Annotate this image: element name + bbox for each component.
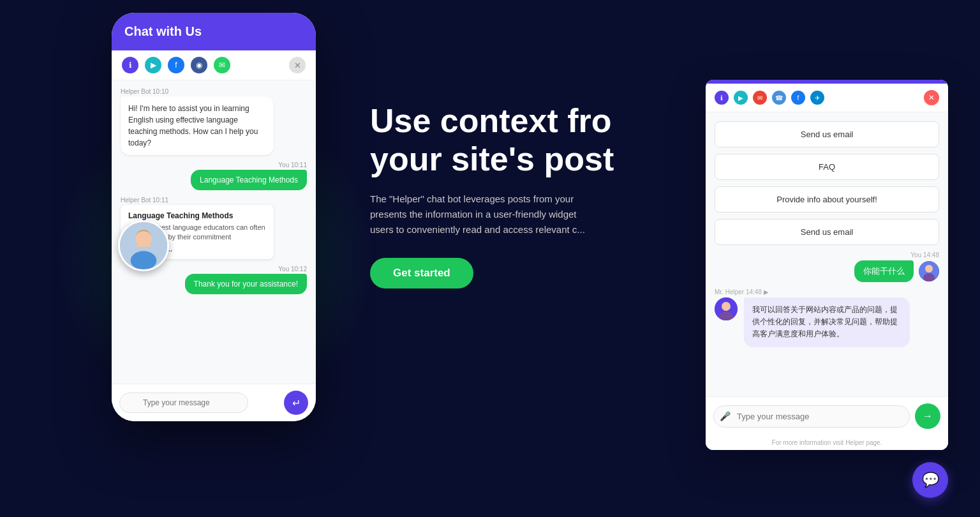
widget-phone-icon[interactable]: ☎ [772,91,786,105]
heading-line1: Use context fro [370,102,612,139]
quick-btn-info[interactable]: Provide info about yourself! [715,186,939,213]
right-chat-widget: ℹ ▶ ✉ ☎ f ✈ ✕ Send us email FAQ Provide … [706,80,948,450]
facebook-icon[interactable]: f [168,57,184,73]
widget-input-wrap: 🎤 [713,405,910,428]
svg-point-2 [131,251,157,269]
phone-send-button[interactable]: ↵ [284,391,308,415]
svg-point-7 [722,302,731,311]
fab-chat-button[interactable]: 💬 [912,462,948,498]
user-bubble-1: Language Teaching Methods [191,170,307,190]
bot-message-1: Helper Bot 10:10 Hi! I'm here to assist … [121,88,307,155]
play-icon[interactable]: ▶ [145,57,161,73]
widget-user-msg: 你能干什么 [715,260,939,282]
widget-bot-timestamp: Mr. Helper 14:48 ▶ [715,288,939,296]
user-label-2: You 10:12 [278,266,307,273]
widget-facebook-icon[interactable]: f [791,91,805,105]
circle-icon[interactable]: ◉ [191,57,207,73]
get-started-button[interactable]: Get started [370,258,473,288]
phone-icons-row: ℹ ▶ f ◉ ✉ ✕ [112,50,316,80]
widget-email-icon[interactable]: ✉ [753,91,767,105]
info-icon[interactable]: ℹ [122,57,138,73]
subtext: The "Helper" chat bot leverages posts fr… [370,191,644,237]
bot-label-2: Helper Bot 10:11 [121,197,307,204]
quick-btn-email-1[interactable]: Send us email [715,121,939,147]
widget-chat-input[interactable] [713,405,910,428]
widget-info-icon[interactable]: ℹ [715,91,729,105]
widget-bot-bubble: 我可以回答关于网站内容或产品的问题，提供个性化的回复，并解决常见问题，帮助提高客… [744,297,910,347]
widget-user-avatar [919,261,939,281]
whatsapp-icon[interactable]: ✉ [214,57,230,73]
quick-btn-faq[interactable]: FAQ [715,154,939,180]
widget-footer: For more information visit Helper page. [706,435,948,450]
phone-header: Chat with Us [112,13,316,50]
bot-label-1: Helper Bot 10:10 [121,88,307,95]
widget-mic-icon: 🎤 [720,411,731,421]
svg-point-4 [925,265,933,273]
widget-play-icon[interactable]: ▶ [734,91,748,105]
widget-user-bubble: 你能干什么 [854,260,914,282]
phone-chat-input[interactable] [119,393,248,413]
floating-avatar [118,220,169,271]
quick-btn-email-2[interactable]: Send us email [715,219,939,245]
phone-input-row: 🎤 ↵ [112,384,316,421]
user-bubble-2: Thank you for your assistance! [185,274,307,294]
widget-close-icon[interactable]: ✕ [924,90,939,105]
left-phone-mockup: Chat with Us ℹ ▶ f ◉ ✉ ✕ Helper Bot 10:1… [112,13,316,421]
widget-bot-response-wrap: Mr. Helper 14:48 ▶ 我可以回答关于网站内容或产品的问题，提供个… [715,288,939,347]
widget-send-button[interactable]: → [915,403,940,429]
user-message-1: You 10:11 Language Teaching Methods [121,161,307,190]
card-title: Language Teaching Methods [128,211,266,220]
user-label-1: You 10:11 [278,161,307,169]
phone-header-title: Chat with Us [124,24,303,39]
widget-user-timestamp: You 14:48 [715,251,939,258]
input-wrap: 🎤 [119,393,279,413]
fab-icon: 💬 [922,472,939,488]
close-icon[interactable]: ✕ [289,57,306,73]
widget-body: Send us email FAQ Provide info about you… [706,112,948,396]
widget-user-msg-wrap: You 14:48 你能干什么 [715,251,939,282]
bot-bubble-1: Hi! I'm here to assist you in learning E… [121,96,274,155]
center-content: Use context fro your site's post The "He… [370,102,702,288]
widget-input-row: 🎤 → [706,396,948,435]
widget-bot-response: 我可以回答关于网站内容或产品的问题，提供个性化的回复，并解决常见问题，帮助提高客… [715,297,939,347]
main-heading: Use context fro your site's post [370,102,702,179]
widget-bot-avatar [715,297,738,320]
widget-telegram-icon[interactable]: ✈ [810,91,824,105]
widget-icons-row: ℹ ▶ ✉ ☎ f ✈ ✕ [706,84,948,112]
heading-line2: your site's post [370,140,614,177]
